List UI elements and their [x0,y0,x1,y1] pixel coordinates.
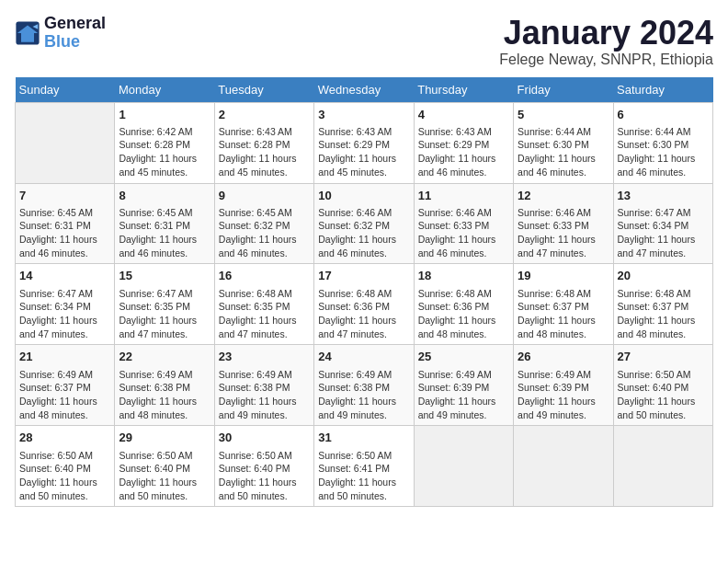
header-day: Friday [514,77,613,103]
calendar-cell: 31Sunrise: 6:50 AM Sunset: 6:41 PM Dayli… [314,426,414,507]
day-detail: Sunrise: 6:49 AM Sunset: 6:39 PM Dayligh… [518,368,609,422]
calendar-cell: 1Sunrise: 6:42 AM Sunset: 6:28 PM Daylig… [115,102,214,183]
calendar-cell: 8Sunrise: 6:45 AM Sunset: 6:31 PM Daylig… [115,183,214,264]
calendar-cell: 11Sunrise: 6:46 AM Sunset: 6:33 PM Dayli… [414,183,513,264]
day-detail: Sunrise: 6:48 AM Sunset: 6:36 PM Dayligh… [418,287,509,341]
header-day: Wednesday [314,77,414,103]
day-number: 18 [418,268,509,284]
calendar-cell: 17Sunrise: 6:48 AM Sunset: 6:36 PM Dayli… [314,264,414,345]
logo-icon [15,20,40,46]
day-number: 21 [19,349,110,365]
logo-line2: Blue [44,33,106,52]
day-detail: Sunrise: 6:44 AM Sunset: 6:30 PM Dayligh… [518,125,609,179]
calendar-cell: 25Sunrise: 6:49 AM Sunset: 6:39 PM Dayli… [414,345,513,426]
day-detail: Sunrise: 6:50 AM Sunset: 6:40 PM Dayligh… [19,449,110,503]
calendar-cell: 2Sunrise: 6:43 AM Sunset: 6:28 PM Daylig… [214,102,313,183]
calendar-cell: 28Sunrise: 6:50 AM Sunset: 6:40 PM Dayli… [16,426,115,507]
day-detail: Sunrise: 6:45 AM Sunset: 6:31 PM Dayligh… [19,206,110,260]
day-detail: Sunrise: 6:46 AM Sunset: 6:32 PM Dayligh… [318,206,409,260]
calendar-cell: 20Sunrise: 6:48 AM Sunset: 6:37 PM Dayli… [613,264,712,345]
day-number: 23 [219,349,310,365]
calendar-subtitle: Felege Neway, SNNPR, Ethiopia [499,52,713,68]
calendar-cell [514,426,613,507]
calendar-week-row: 1Sunrise: 6:42 AM Sunset: 6:28 PM Daylig… [16,102,713,183]
calendar-title: January 2024 [499,15,713,52]
calendar-cell: 4Sunrise: 6:43 AM Sunset: 6:29 PM Daylig… [414,102,513,183]
logo-line1: General [44,15,106,33]
calendar-cell: 15Sunrise: 6:47 AM Sunset: 6:35 PM Dayli… [115,264,214,345]
calendar-cell: 21Sunrise: 6:49 AM Sunset: 6:37 PM Dayli… [16,345,115,426]
day-detail: Sunrise: 6:48 AM Sunset: 6:35 PM Dayligh… [219,287,310,341]
day-detail: Sunrise: 6:47 AM Sunset: 6:34 PM Dayligh… [618,206,709,260]
day-detail: Sunrise: 6:43 AM Sunset: 6:29 PM Dayligh… [418,125,509,179]
calendar-cell: 5Sunrise: 6:44 AM Sunset: 6:30 PM Daylig… [514,102,613,183]
day-detail: Sunrise: 6:49 AM Sunset: 6:38 PM Dayligh… [119,368,210,422]
day-detail: Sunrise: 6:50 AM Sunset: 6:40 PM Dayligh… [219,449,310,503]
calendar-cell: 16Sunrise: 6:48 AM Sunset: 6:35 PM Dayli… [214,264,313,345]
day-detail: Sunrise: 6:45 AM Sunset: 6:32 PM Dayligh… [219,206,310,260]
day-number: 7 [19,188,110,204]
day-detail: Sunrise: 6:50 AM Sunset: 6:41 PM Dayligh… [318,449,409,503]
day-number: 17 [318,268,409,284]
day-detail: Sunrise: 6:49 AM Sunset: 6:39 PM Dayligh… [418,368,509,422]
page-header: General Blue January 2024 Felege Neway, … [15,15,713,68]
calendar-cell: 14Sunrise: 6:47 AM Sunset: 6:34 PM Dayli… [16,264,115,345]
calendar-cell: 18Sunrise: 6:48 AM Sunset: 6:36 PM Dayli… [414,264,513,345]
calendar-cell: 10Sunrise: 6:46 AM Sunset: 6:32 PM Dayli… [314,183,414,264]
day-number: 10 [318,188,409,204]
header-day: Monday [115,77,214,103]
day-detail: Sunrise: 6:48 AM Sunset: 6:36 PM Dayligh… [318,287,409,341]
day-detail: Sunrise: 6:48 AM Sunset: 6:37 PM Dayligh… [618,287,709,341]
calendar-cell: 12Sunrise: 6:46 AM Sunset: 6:33 PM Dayli… [514,183,613,264]
day-detail: Sunrise: 6:49 AM Sunset: 6:37 PM Dayligh… [19,368,110,422]
calendar-week-row: 28Sunrise: 6:50 AM Sunset: 6:40 PM Dayli… [16,426,713,507]
calendar-week-row: 7Sunrise: 6:45 AM Sunset: 6:31 PM Daylig… [16,183,713,264]
calendar-cell: 30Sunrise: 6:50 AM Sunset: 6:40 PM Dayli… [214,426,313,507]
day-detail: Sunrise: 6:50 AM Sunset: 6:40 PM Dayligh… [119,449,210,503]
day-detail: Sunrise: 6:50 AM Sunset: 6:40 PM Dayligh… [618,368,709,422]
day-number: 25 [418,349,509,365]
header-day: Saturday [613,77,712,103]
calendar-header: SundayMondayTuesdayWednesdayThursdayFrid… [16,77,713,103]
day-detail: Sunrise: 6:43 AM Sunset: 6:29 PM Dayligh… [318,125,409,179]
calendar-week-row: 14Sunrise: 6:47 AM Sunset: 6:34 PM Dayli… [16,264,713,345]
day-number: 29 [119,430,210,446]
calendar-cell: 24Sunrise: 6:49 AM Sunset: 6:38 PM Dayli… [314,345,414,426]
day-detail: Sunrise: 6:45 AM Sunset: 6:31 PM Dayligh… [119,206,210,260]
day-number: 5 [518,107,609,123]
day-number: 13 [618,188,709,204]
header-day: Tuesday [214,77,313,103]
day-number: 6 [618,107,709,123]
calendar-cell: 26Sunrise: 6:49 AM Sunset: 6:39 PM Dayli… [514,345,613,426]
calendar-cell [16,102,115,183]
calendar-cell: 9Sunrise: 6:45 AM Sunset: 6:32 PM Daylig… [214,183,313,264]
day-detail: Sunrise: 6:42 AM Sunset: 6:28 PM Dayligh… [119,125,210,179]
day-detail: Sunrise: 6:44 AM Sunset: 6:30 PM Dayligh… [618,125,709,179]
calendar-cell: 23Sunrise: 6:49 AM Sunset: 6:38 PM Dayli… [214,345,313,426]
day-number: 4 [418,107,509,123]
day-number: 8 [119,188,210,204]
day-number: 1 [119,107,210,123]
header-day: Sunday [16,77,115,103]
day-number: 20 [618,268,709,284]
day-number: 15 [119,268,210,284]
day-number: 30 [219,430,310,446]
calendar-cell [414,426,513,507]
calendar-cell [613,426,712,507]
calendar-cell: 22Sunrise: 6:49 AM Sunset: 6:38 PM Dayli… [115,345,214,426]
calendar-body: 1Sunrise: 6:42 AM Sunset: 6:28 PM Daylig… [16,102,713,507]
calendar-cell: 7Sunrise: 6:45 AM Sunset: 6:31 PM Daylig… [16,183,115,264]
day-number: 2 [219,107,310,123]
day-detail: Sunrise: 6:47 AM Sunset: 6:35 PM Dayligh… [119,287,210,341]
day-detail: Sunrise: 6:46 AM Sunset: 6:33 PM Dayligh… [418,206,509,260]
calendar-cell: 6Sunrise: 6:44 AM Sunset: 6:30 PM Daylig… [613,102,712,183]
calendar-cell: 3Sunrise: 6:43 AM Sunset: 6:29 PM Daylig… [314,102,414,183]
day-detail: Sunrise: 6:49 AM Sunset: 6:38 PM Dayligh… [318,368,409,422]
day-number: 11 [418,188,509,204]
day-number: 24 [318,349,409,365]
day-number: 12 [518,188,609,204]
calendar-cell: 13Sunrise: 6:47 AM Sunset: 6:34 PM Dayli… [613,183,712,264]
day-number: 19 [518,268,609,284]
day-number: 14 [19,268,110,284]
calendar-week-row: 21Sunrise: 6:49 AM Sunset: 6:37 PM Dayli… [16,345,713,426]
